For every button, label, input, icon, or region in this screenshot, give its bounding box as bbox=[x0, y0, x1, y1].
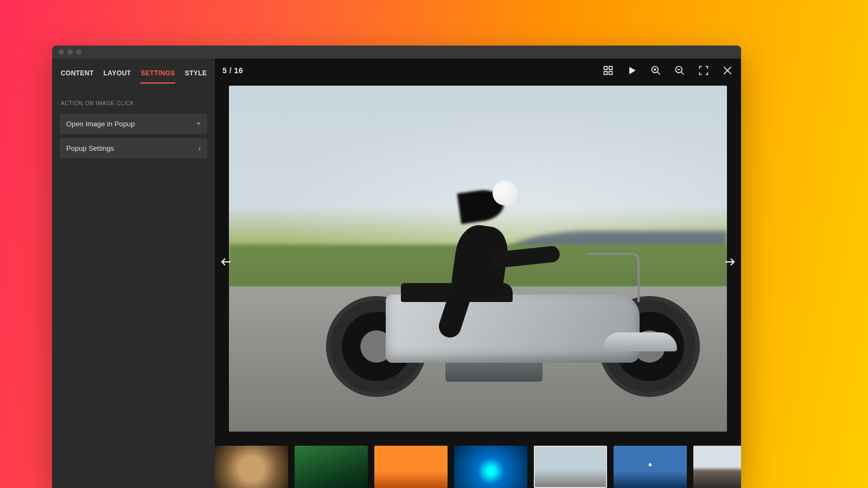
zoom-in-icon[interactable] bbox=[650, 65, 662, 76]
chevron-right-icon: › bbox=[199, 144, 201, 152]
action-on-click-select[interactable]: Open Image in Popup bbox=[60, 114, 207, 134]
next-image-button[interactable] bbox=[723, 255, 737, 269]
thumbnail[interactable] bbox=[693, 446, 741, 488]
thumbnail[interactable] bbox=[215, 446, 288, 488]
thumbnail[interactable] bbox=[295, 446, 368, 488]
titlebar bbox=[52, 46, 741, 59]
action-on-click-value: Open Image in Popup bbox=[66, 120, 135, 128]
svg-line-6 bbox=[658, 72, 660, 75]
prev-image-button[interactable] bbox=[219, 255, 233, 269]
tab-content[interactable]: CONTENT bbox=[61, 69, 94, 82]
popup-settings-label: Popup Settings bbox=[66, 144, 114, 152]
tab-layout[interactable]: LAYOUT bbox=[104, 69, 131, 82]
app-window: CONTENT LAYOUT SETTINGS STYLE ACTION ON … bbox=[52, 46, 741, 488]
grid-icon[interactable] bbox=[602, 65, 614, 76]
section-label-action: ACTION ON IMAGE CLICK bbox=[52, 88, 215, 112]
svg-rect-0 bbox=[604, 67, 608, 70]
settings-sidebar: CONTENT LAYOUT SETTINGS STYLE ACTION ON … bbox=[52, 59, 215, 488]
sidebar-tabs: CONTENT LAYOUT SETTINGS STYLE bbox=[52, 62, 215, 88]
svg-rect-3 bbox=[609, 72, 612, 75]
toolbar-icons bbox=[602, 65, 733, 76]
thumbnail-strip[interactable] bbox=[215, 441, 741, 488]
lightbox-viewer: 5 / 16 bbox=[215, 59, 741, 488]
svg-line-10 bbox=[681, 72, 684, 75]
thumbnail[interactable] bbox=[454, 446, 527, 488]
svg-marker-4 bbox=[629, 67, 636, 74]
zoom-out-icon[interactable] bbox=[674, 65, 686, 76]
traffic-light-zoom[interactable] bbox=[76, 49, 81, 55]
close-icon[interactable] bbox=[722, 65, 733, 76]
svg-rect-1 bbox=[609, 67, 612, 70]
tab-style[interactable]: STYLE bbox=[185, 69, 207, 82]
fullscreen-icon[interactable] bbox=[698, 65, 710, 76]
tab-settings[interactable]: SETTINGS bbox=[141, 69, 175, 82]
image-stage bbox=[215, 82, 741, 441]
main-image[interactable] bbox=[229, 86, 727, 432]
app-body: CONTENT LAYOUT SETTINGS STYLE ACTION ON … bbox=[52, 59, 741, 488]
chevron-down-icon bbox=[196, 123, 201, 125]
traffic-light-close[interactable] bbox=[59, 49, 64, 55]
viewer-toolbar: 5 / 16 bbox=[215, 59, 741, 82]
thumbnail[interactable] bbox=[374, 446, 448, 488]
traffic-light-minimize[interactable] bbox=[67, 49, 73, 55]
thumbnail[interactable] bbox=[614, 446, 687, 488]
image-counter: 5 / 16 bbox=[222, 66, 243, 75]
svg-rect-2 bbox=[604, 72, 608, 75]
popup-settings-row[interactable]: Popup Settings › bbox=[60, 138, 207, 158]
play-icon[interactable] bbox=[626, 65, 638, 76]
thumbnail-selected[interactable] bbox=[534, 446, 607, 488]
